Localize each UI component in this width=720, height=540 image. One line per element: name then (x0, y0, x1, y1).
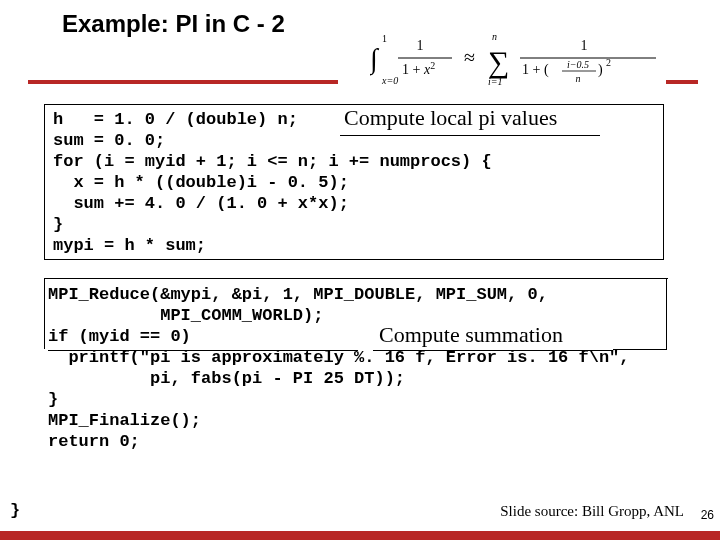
code-block-2-text: MPI_Reduce(&mypi, &pi, 1, MPI_DOUBLE, MP… (48, 284, 710, 452)
svg-text:): ) (598, 62, 603, 78)
svg-text:i−0.5: i−0.5 (567, 59, 589, 70)
annotation-2: Compute summation (379, 322, 563, 348)
annotation-2-box: Compute summation (373, 322, 613, 351)
svg-text:≈: ≈ (464, 46, 475, 68)
svg-text:n: n (492, 31, 497, 42)
bottom-stripe (0, 531, 720, 540)
annotation-1-box: Compute local pi values (340, 105, 600, 136)
svg-text:1 + x2: 1 + x2 (402, 60, 435, 77)
svg-text:1: 1 (581, 38, 588, 53)
integral-sum-formula: ∫ 1 x=0 1 1 + x2 ≈ ∑ n i=1 1 1 + ( i−0.5… (370, 28, 670, 88)
rule-left (28, 80, 338, 84)
svg-text:1: 1 (417, 38, 424, 53)
svg-text:1 + (: 1 + ( (522, 62, 549, 78)
svg-text:∫: ∫ (370, 43, 380, 76)
svg-text:n: n (576, 73, 581, 84)
svg-text:1: 1 (382, 33, 387, 44)
svg-text:2: 2 (606, 57, 611, 68)
svg-text:i=1: i=1 (488, 76, 503, 87)
svg-text:x=0: x=0 (381, 75, 398, 86)
slide-source: Slide source: Bill Gropp, ANL (500, 503, 684, 520)
annotation-1: Compute local pi values (344, 105, 557, 131)
code2-border-top (44, 278, 668, 279)
svg-text:∑: ∑ (488, 45, 509, 79)
page-number: 26 (701, 508, 714, 522)
rule-right (666, 80, 698, 84)
slide-title: Example: PI in C - 2 (62, 10, 285, 38)
code-block-2: MPI_Reduce(&mypi, &pi, 1, MPI_DOUBLE, MP… (44, 280, 714, 490)
closing-brace: } (10, 501, 20, 520)
